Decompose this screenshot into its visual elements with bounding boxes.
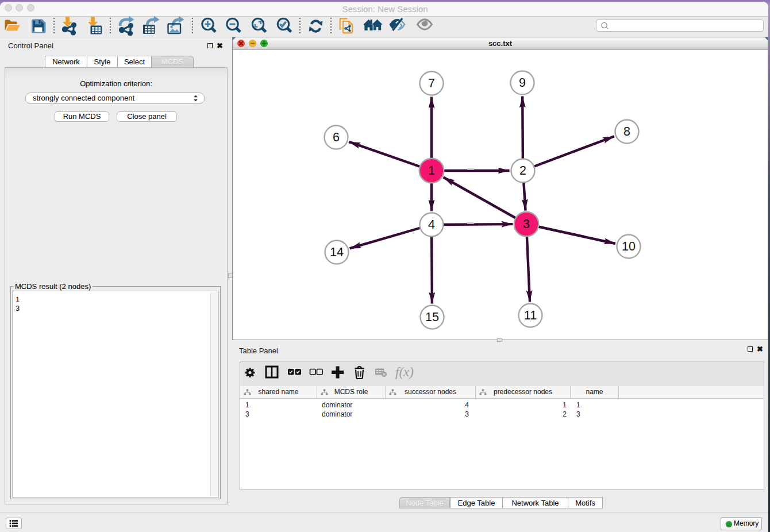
- svg-text:2: 2: [519, 164, 526, 178]
- svg-text:1: 1: [428, 164, 435, 178]
- svg-text:f(x): f(x): [395, 365, 414, 379]
- svg-text:9: 9: [519, 76, 526, 90]
- svg-text:7: 7: [428, 76, 435, 90]
- svg-text:3: 3: [523, 217, 530, 231]
- svg-text:6: 6: [333, 130, 340, 144]
- svg-text:11: 11: [524, 309, 537, 322]
- svg-text:8: 8: [623, 125, 630, 138]
- svg-text:10: 10: [622, 240, 636, 253]
- svg-text:4: 4: [428, 218, 435, 232]
- svg-text:15: 15: [425, 310, 439, 324]
- svg-text:14: 14: [330, 245, 344, 259]
